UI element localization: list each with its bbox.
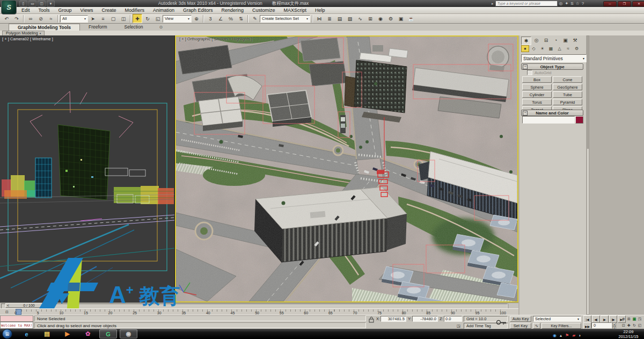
angle-snap-icon[interactable]: ∠ xyxy=(216,14,225,23)
menu-item[interactable]: Help xyxy=(311,7,330,13)
infocenter-search-input[interactable] xyxy=(495,1,558,6)
primitive-button[interactable]: Cylinder xyxy=(522,91,552,98)
layers-icon[interactable]: ▤ xyxy=(335,14,345,23)
primitive-button[interactable]: Pyramid xyxy=(553,99,582,105)
taskbar-ie-icon[interactable]: e xyxy=(18,329,35,338)
current-frame-field[interactable]: 0 xyxy=(591,322,612,328)
close-button[interactable]: ✕ xyxy=(632,1,644,7)
select-object-icon[interactable]: ➤ xyxy=(88,14,98,23)
frame-spinner[interactable]: ▲▼ xyxy=(612,322,616,328)
tab-motion-icon[interactable]: ◔ xyxy=(551,37,560,44)
selection-lock-icon[interactable] xyxy=(368,316,375,323)
tray-flag-icon[interactable]: ⚑ xyxy=(565,329,569,339)
selection-set-key-dropdown[interactable]: Selected▾ xyxy=(533,316,581,322)
primitive-button[interactable]: Box xyxy=(522,76,552,83)
timeline-splitter[interactable] xyxy=(508,304,518,308)
open-file-icon[interactable]: ▭ xyxy=(28,1,36,7)
tray-arrow-icon[interactable]: ▴ xyxy=(560,329,562,339)
tab-utilities-icon[interactable]: ⚒ xyxy=(570,37,580,44)
primitive-button[interactable]: Cone xyxy=(553,76,582,83)
menu-item[interactable]: Customize xyxy=(248,7,280,13)
ribbon-tab[interactable]: Freeform xyxy=(80,24,115,31)
menu-item[interactable]: Animation xyxy=(149,7,179,13)
rendered-frame-icon[interactable]: ▣ xyxy=(396,14,406,23)
ribbon-overflow-icon[interactable]: ⊙ xyxy=(159,24,163,31)
cat-helpers-icon[interactable]: △ xyxy=(555,45,564,52)
selection-filter-dropdown[interactable]: All▾ xyxy=(60,15,88,23)
menu-item[interactable]: MAXScript xyxy=(280,7,311,13)
cat-lights-icon[interactable]: ☀ xyxy=(538,45,546,52)
name-color-rollout[interactable]: − Name and Color xyxy=(521,110,583,116)
unlink-icon[interactable]: ⊘ xyxy=(36,14,46,23)
primitive-button[interactable]: GeoSphere xyxy=(553,84,582,90)
key-filters-button[interactable]: Key Filters... xyxy=(541,323,581,329)
favorites-icon[interactable]: ☆ xyxy=(576,1,580,6)
redo-icon[interactable]: ↷ xyxy=(12,14,21,23)
menu-item[interactable]: Views xyxy=(76,7,98,13)
window-crossing-icon[interactable]: ◫ xyxy=(119,14,128,23)
primitive-button[interactable]: Torus xyxy=(522,99,552,105)
play-button[interactable]: ▶ xyxy=(601,315,609,323)
cat-geometry-icon[interactable]: ● xyxy=(521,45,529,52)
rect-region-icon[interactable]: ▢ xyxy=(108,14,118,23)
undo-dropdown-icon[interactable]: ▾ xyxy=(47,1,55,7)
set-key-icon[interactable] xyxy=(496,318,508,327)
track-bar[interactable]: ⊟ 05101520253035404550556065707580859095… xyxy=(0,308,518,315)
tray-recorder-icon[interactable]: ▰ xyxy=(572,329,575,339)
ribbon-tab[interactable]: Graphite Modeling Tools xyxy=(9,24,80,31)
y-coordinate-field[interactable]: -78480.0 xyxy=(412,316,438,322)
default-in-out-tangent-icon[interactable]: ∿ xyxy=(533,323,540,329)
communication-icon[interactable]: S xyxy=(570,1,573,6)
object-type-rollout[interactable]: − Object Type xyxy=(521,63,583,70)
material-editor-icon[interactable]: ◉ xyxy=(376,14,385,23)
ribbon-tab[interactable]: Selection xyxy=(116,24,152,31)
command-panel-scrollbar[interactable] xyxy=(587,35,589,315)
application-menu-button[interactable]: S xyxy=(1,0,17,15)
taskbar-clock[interactable]: 22:09 2012/11/15 xyxy=(615,329,642,339)
start-button[interactable]: ⊞ xyxy=(2,329,12,339)
select-by-name-icon[interactable]: ≡ xyxy=(98,14,108,23)
menu-item[interactable]: Tools xyxy=(34,7,54,13)
camera-viewport-label[interactable]: [ + ] Camera02 [ Wireframe ] xyxy=(2,37,53,41)
zoom-region-icon[interactable]: ⊡ xyxy=(621,322,626,329)
render-icon[interactable]: ☕ xyxy=(406,14,416,23)
scale-icon[interactable]: ◱ xyxy=(153,14,163,23)
next-frame-arrow[interactable]: > xyxy=(49,304,51,307)
main-viewport[interactable] xyxy=(175,35,518,302)
new-file-icon[interactable]: ▯ xyxy=(19,1,27,7)
camera-viewport[interactable] xyxy=(0,35,175,302)
use-pivot-center-icon[interactable]: ⊕ xyxy=(192,14,201,23)
prev-frame-arrow[interactable]: < xyxy=(7,304,9,307)
object-color-swatch[interactable] xyxy=(575,116,583,124)
undo-icon[interactable]: ↶ xyxy=(2,14,11,23)
percent-snap-icon[interactable]: % xyxy=(226,14,236,23)
schematic-view-icon[interactable]: ⊞ xyxy=(365,14,375,23)
x-coordinate-field[interactable]: 307481.5 xyxy=(380,316,406,322)
help-icon[interactable]: ? xyxy=(582,1,584,6)
curve-editor-icon[interactable]: ∿ xyxy=(355,14,365,23)
maxscript-listener-pink[interactable] xyxy=(0,315,33,322)
cat-shapes-icon[interactable]: ◇ xyxy=(530,45,538,52)
taskbar-mediaplayer-icon[interactable]: ▶ xyxy=(58,329,76,338)
taskbar-pinwheel-icon[interactable]: ✿ xyxy=(79,329,97,338)
tab-hierarchy-icon[interactable]: ⊟ xyxy=(541,37,551,44)
cat-spacewarps-icon[interactable]: ≈ xyxy=(564,45,572,52)
tray-volume-icon[interactable]: ◗ xyxy=(579,329,581,339)
spinner-snap-icon[interactable]: ⇅ xyxy=(236,14,246,23)
render-setup-icon[interactable]: ⚙ xyxy=(386,14,396,23)
menu-item[interactable]: Modifiers xyxy=(120,7,149,13)
time-tag-icon[interactable]: ◳ xyxy=(457,323,460,329)
mirror-icon[interactable]: ⋈ xyxy=(314,14,324,23)
primitive-button[interactable]: Sphere xyxy=(522,84,552,90)
menu-item[interactable]: Rendering xyxy=(217,7,248,13)
auto-key-button[interactable]: Auto Key xyxy=(510,316,531,322)
search-icon[interactable]: ◎ xyxy=(559,1,563,6)
object-name-field[interactable] xyxy=(522,116,575,124)
z-coordinate-field[interactable]: 0.0 xyxy=(444,316,462,322)
menu-item[interactable]: Group xyxy=(54,7,76,13)
main-viewport-label[interactable]: [ + ] Orthographic [ Smooth + Highlights… xyxy=(179,37,252,41)
bind-spacewarp-icon[interactable]: ≈ xyxy=(46,14,56,23)
menu-item[interactable]: Edit xyxy=(17,7,34,13)
tray-info-icon[interactable]: ◉ xyxy=(553,329,557,339)
go-start-button[interactable]: |◀ xyxy=(583,315,591,323)
